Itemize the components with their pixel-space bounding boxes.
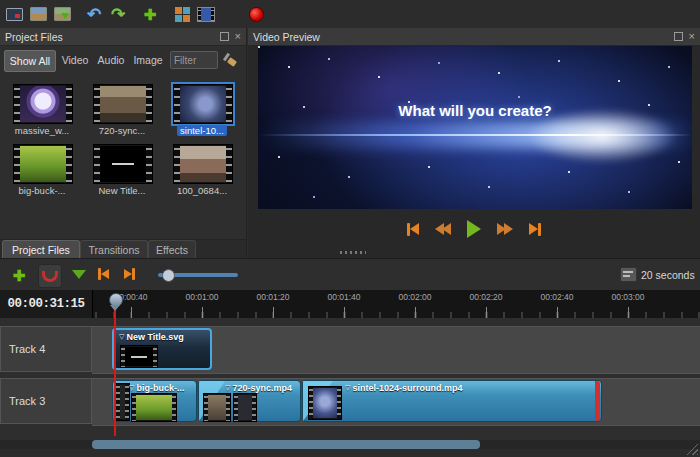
close-icon[interactable]: × xyxy=(235,31,241,42)
file-label[interactable]: New Title... xyxy=(84,185,160,196)
timeline-clip[interactable]: ▽ sintel-1024-surround.mp4 xyxy=(302,380,602,422)
ruler-mark: 00:02:00 xyxy=(390,292,440,302)
clip-effect-icon[interactable]: ▽ xyxy=(119,333,124,341)
tab-effects[interactable]: Effects xyxy=(148,240,196,259)
timeline-clip[interactable]: ▽ big-buck-... xyxy=(112,380,197,422)
zoom-slider-handle[interactable] xyxy=(162,269,175,282)
ruler-mark: 00:01:20 xyxy=(248,292,298,302)
filter-audio-button[interactable]: Audio xyxy=(94,50,128,70)
save-project-icon[interactable] xyxy=(52,4,72,24)
track-header: Track 3 xyxy=(0,378,92,424)
playhead-pointer[interactable] xyxy=(110,305,120,311)
ruler-scale[interactable]: 00:00:40 00:01:00 00:01:20 00:01:40 00:0… xyxy=(92,290,700,318)
clip-name: 720-sync.mp4 xyxy=(232,383,292,393)
video-preview-panel: Video Preview × What will you create? xyxy=(248,28,700,258)
file-thumbnail[interactable] xyxy=(173,144,233,184)
fast-forward-button[interactable] xyxy=(497,223,513,235)
clip-effect-icon[interactable]: ▽ xyxy=(345,384,350,392)
zoom-scale-icon[interactable] xyxy=(620,267,637,282)
main-toolbar: ↶ ↷ ✚ xyxy=(0,0,700,28)
clip-thumbnail xyxy=(308,386,342,420)
scrollbar-thumb[interactable] xyxy=(92,440,480,449)
project-files-panel: Project Files × Show All Video Audio Ima… xyxy=(0,28,247,258)
timeline-clip[interactable]: ▽ 720-sync.mp4 xyxy=(198,380,301,422)
undock-icon[interactable] xyxy=(674,32,683,41)
new-project-icon[interactable] xyxy=(4,4,24,24)
file-thumbnail[interactable] xyxy=(93,144,153,184)
ruler-mark: 00:03:00 xyxy=(603,292,653,302)
filter-row: Show All Video Audio Image xyxy=(0,50,246,72)
track-header: Track 4 xyxy=(0,326,92,372)
ruler-mark: 00:02:20 xyxy=(461,292,511,302)
tab-transitions[interactable]: Transitions xyxy=(80,240,148,259)
file-thumbnail[interactable] xyxy=(173,84,233,124)
ruler-mark: 00:02:40 xyxy=(532,292,582,302)
previous-marker-icon[interactable] xyxy=(98,268,109,280)
next-marker-icon[interactable] xyxy=(124,268,135,280)
timeline-ruler[interactable]: 00:00:31:15 00:00:40 00:01:00 00:01:20 0… xyxy=(0,290,700,318)
clip-name: New Title.svg xyxy=(126,332,183,342)
filter-input[interactable] xyxy=(170,51,218,69)
filter-video-button[interactable]: Video xyxy=(58,50,92,70)
clip-thumbnail xyxy=(203,393,231,422)
tracks-area: Track 4 Track 3 ▽ New Title.svg ▽ big-bu… xyxy=(0,318,700,440)
project-files-titlebar: Project Files × xyxy=(0,28,246,46)
splitter-handle[interactable] xyxy=(340,251,366,254)
ruler-mark: 00:01:00 xyxy=(177,292,227,302)
clip-thumbnail xyxy=(131,393,177,422)
undo-icon[interactable]: ↶ xyxy=(84,4,104,24)
video-canvas[interactable]: What will you create? xyxy=(258,46,692,209)
file-thumbnail[interactable] xyxy=(13,144,73,184)
zoom-slider[interactable] xyxy=(158,273,238,277)
file-label[interactable]: 100_0684... xyxy=(164,185,240,196)
timeline-scrollbar[interactable] xyxy=(0,440,700,449)
import-files-icon[interactable]: ✚ xyxy=(140,4,160,24)
jump-end-button[interactable] xyxy=(529,223,541,236)
clear-filter-brush-icon[interactable] xyxy=(222,52,240,68)
zoom-scale-label[interactable]: 20 seconds xyxy=(641,269,695,281)
choose-profile-icon[interactable] xyxy=(172,4,192,24)
clip-name: sintel-1024-surround.mp4 xyxy=(352,383,462,393)
file-thumbnail[interactable] xyxy=(93,84,153,124)
resize-grip[interactable] xyxy=(686,443,698,455)
playhead-line[interactable] xyxy=(114,310,116,436)
timeline-toolbar: ✚ 20 seconds xyxy=(0,258,700,291)
clip-thumbnail xyxy=(115,383,130,421)
clip-name: big-buck-... xyxy=(136,383,184,393)
rewind-button[interactable] xyxy=(435,223,451,235)
file-label[interactable]: big-buck-... xyxy=(4,185,80,196)
file-label[interactable]: sintel-10... xyxy=(164,125,240,136)
project-files-title: Project Files xyxy=(5,31,63,43)
tab-project-files[interactable]: Project Files xyxy=(2,240,80,259)
clip-trim-handle[interactable] xyxy=(595,381,600,421)
filter-image-button[interactable]: Image xyxy=(130,50,166,70)
filter-show-all-button[interactable]: Show All xyxy=(4,50,56,72)
clip-thumbnail xyxy=(120,345,158,368)
snapping-toggle-icon[interactable] xyxy=(38,264,62,288)
add-track-icon[interactable]: ✚ xyxy=(8,264,30,286)
razor-tool-icon[interactable] xyxy=(72,270,86,279)
video-preview-titlebar: Video Preview × xyxy=(248,28,700,46)
export-video-icon[interactable] xyxy=(246,4,266,24)
play-button[interactable] xyxy=(467,220,481,238)
title-editor-icon[interactable] xyxy=(196,4,216,24)
playhead-time-display: 00:00:31:15 xyxy=(0,290,93,318)
clip-thumbnail xyxy=(233,393,257,422)
timeline-clip[interactable]: ▽ New Title.svg xyxy=(112,328,212,370)
panel-tab-bar: Project Files Transitions Effects xyxy=(0,239,246,259)
undock-icon[interactable] xyxy=(220,32,229,41)
close-icon[interactable]: × xyxy=(689,31,695,42)
jump-start-button[interactable] xyxy=(407,223,419,236)
track-name: Track 3 xyxy=(9,395,45,407)
open-project-icon[interactable] xyxy=(28,4,48,24)
clip-effect-icon[interactable]: ▽ xyxy=(129,384,134,392)
ruler-mark: 00:01:40 xyxy=(319,292,369,302)
redo-icon[interactable]: ↷ xyxy=(108,4,128,24)
file-label[interactable]: massive_w... xyxy=(4,125,80,136)
track-name: Track 4 xyxy=(9,343,45,355)
video-overlay-text: What will you create? xyxy=(258,102,692,119)
file-thumbnail[interactable] xyxy=(13,84,73,124)
clip-effect-icon[interactable]: ▽ xyxy=(225,384,230,392)
file-label[interactable]: 720-sync... xyxy=(84,125,160,136)
video-preview-title: Video Preview xyxy=(253,31,320,43)
